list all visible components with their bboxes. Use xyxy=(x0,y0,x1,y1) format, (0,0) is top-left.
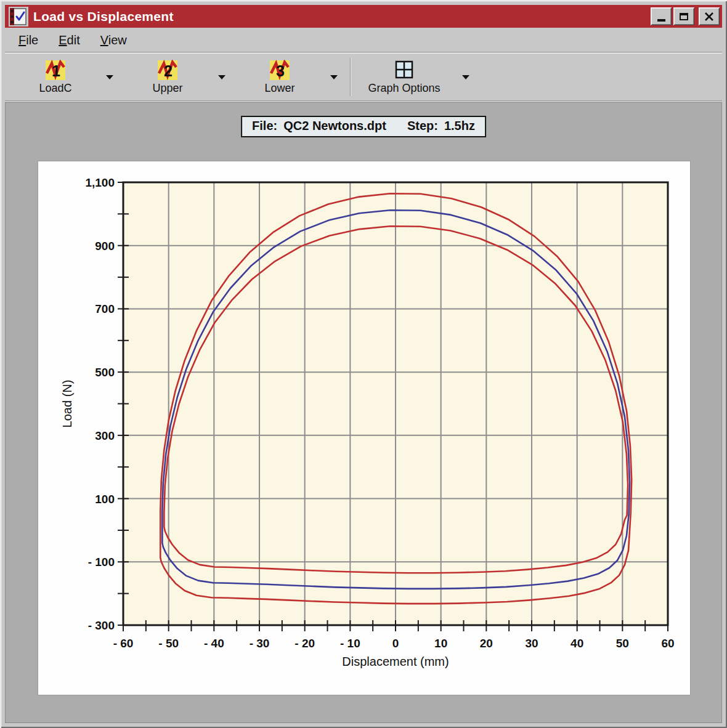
lower-label: Lower xyxy=(264,82,294,95)
close-icon xyxy=(704,12,714,22)
graph-options-grid-icon xyxy=(394,60,415,81)
toolbar-separator xyxy=(350,58,351,96)
y-tick-label: 1,100 xyxy=(85,176,115,189)
lower-dropdown-arrow[interactable] xyxy=(330,75,338,79)
x-axis-title: Displacement (mm) xyxy=(342,655,449,668)
loadc-curve-icon: 1 xyxy=(45,60,66,81)
step-label: Step: xyxy=(407,119,438,132)
menubar: File Edit View xyxy=(5,29,722,52)
titlebar: Load vs Displacement xyxy=(5,5,722,28)
x-tick-label: 20 xyxy=(480,637,493,650)
file-info-bar: File:QC2 Newtons.dptStep:1.5hz xyxy=(241,116,486,137)
graph-options-dropdown-arrow[interactable] xyxy=(462,75,469,79)
file-value: QC2 Newtons.dpt xyxy=(283,119,386,132)
close-button[interactable] xyxy=(699,7,720,25)
app-icon xyxy=(9,7,28,26)
y-tick-label: 300 xyxy=(95,429,115,442)
x-tick-label: - 20 xyxy=(294,637,315,650)
x-tick-label: 30 xyxy=(525,637,538,650)
lower-number: 3 xyxy=(276,62,285,79)
maximize-icon xyxy=(680,13,688,20)
lower-button[interactable]: 3 Lower xyxy=(255,60,304,95)
x-tick-label: - 40 xyxy=(204,637,224,650)
menu-edit[interactable]: Edit xyxy=(51,31,87,50)
y-tick-label: 100 xyxy=(95,493,115,506)
upper-dropdown-arrow[interactable] xyxy=(218,75,225,79)
x-tick-label: 40 xyxy=(571,637,583,650)
upper-label: Upper xyxy=(152,82,182,95)
window-title: Load vs Displacement xyxy=(33,9,174,24)
menu-file[interactable]: File xyxy=(11,31,46,50)
toolbar: 1 LoadC 2 Upper 3 Lower xyxy=(5,53,722,101)
graph-options-button[interactable]: Graph Options xyxy=(355,60,453,95)
x-tick-label: 10 xyxy=(434,637,447,650)
loadc-button[interactable]: 1 LoadC xyxy=(31,60,80,95)
window-controls xyxy=(651,7,720,25)
x-tick-label: - 30 xyxy=(250,637,270,650)
y-axis-title: Load (N) xyxy=(60,380,74,428)
upper-number: 2 xyxy=(164,62,173,79)
x-tick-label: 0 xyxy=(392,637,399,650)
upper-curve-icon: 2 xyxy=(157,60,178,81)
y-tick-label: 500 xyxy=(95,366,115,379)
chart-page: - 60- 50- 40- 30- 20- 1001020304050601,1… xyxy=(38,161,690,695)
chart-svg: - 60- 50- 40- 30- 20- 1001020304050601,1… xyxy=(38,161,690,695)
maximize-button[interactable] xyxy=(673,7,694,25)
upper-button[interactable]: 2 Upper xyxy=(143,60,192,95)
minimize-icon xyxy=(657,19,665,22)
file-label: File: xyxy=(252,119,277,132)
graph-options-label: Graph Options xyxy=(368,82,440,95)
minimize-button[interactable] xyxy=(651,7,672,25)
step-value: 1.5hz xyxy=(444,119,475,132)
menu-view[interactable]: View xyxy=(93,31,134,50)
loadc-dropdown-arrow[interactable] xyxy=(106,75,113,79)
client-area: File:QC2 Newtons.dptStep:1.5hz - 60- 50-… xyxy=(5,102,722,723)
loadc-number: 1 xyxy=(52,62,60,79)
y-tick-label: 700 xyxy=(95,302,115,315)
lower-curve-icon: 3 xyxy=(269,60,290,81)
y-tick-label: - 100 xyxy=(88,556,115,568)
x-tick-label: - 50 xyxy=(158,637,179,650)
y-tick-label: - 300 xyxy=(88,619,115,632)
loadc-label: LoadC xyxy=(39,82,71,95)
app-window: Load vs Displacement File Edit View xyxy=(0,0,727,728)
x-tick-label: 50 xyxy=(616,637,629,650)
x-tick-label: - 60 xyxy=(113,637,134,650)
y-tick-label: 900 xyxy=(95,240,115,253)
x-tick-label: 60 xyxy=(661,637,674,650)
x-tick-label: - 10 xyxy=(340,637,360,650)
